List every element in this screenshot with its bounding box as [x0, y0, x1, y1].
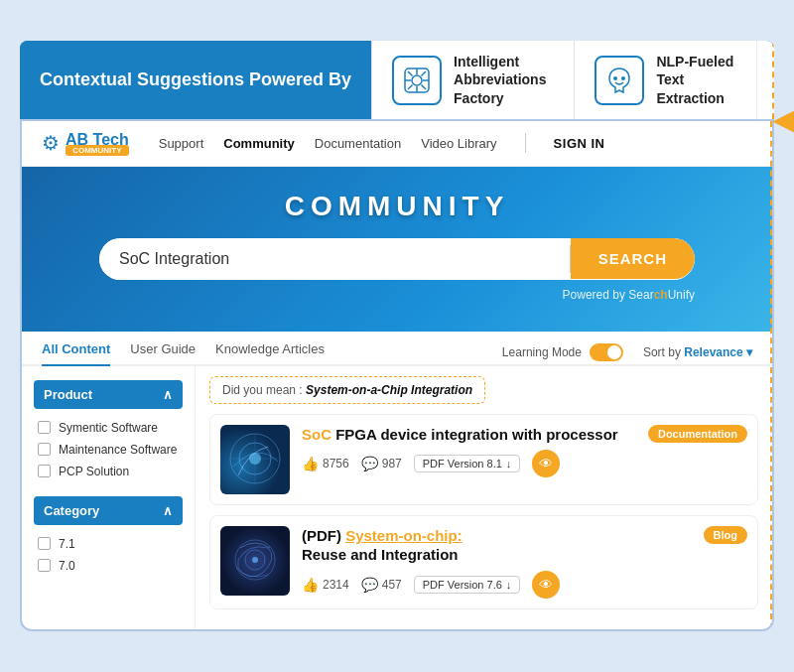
- result-thumb-1: [220, 425, 290, 494]
- likes-2: 👍 2314: [302, 577, 349, 593]
- nav-community[interactable]: Community: [223, 136, 295, 151]
- svg-point-1: [412, 75, 422, 85]
- feature1-text: Intelligent Abbreviations Factory: [454, 53, 554, 107]
- eye-button-1[interactable]: 👁: [532, 450, 560, 477]
- banner-features: Intelligent Abbreviations Factory NLP-Fu…: [371, 41, 774, 119]
- like-icon-2: 👍: [302, 577, 319, 593]
- pdf-badge-1[interactable]: PDF Version 8.1 ↓: [414, 455, 521, 472]
- svg-line-6: [408, 71, 413, 76]
- filter-group-category: Category ∧ 7.1 7.0: [34, 496, 183, 577]
- filter-label-71: 7.1: [59, 537, 75, 551]
- svg-line-9: [408, 84, 413, 89]
- eye-button-2[interactable]: 👁: [532, 571, 560, 599]
- tab-all-content[interactable]: All Content: [42, 341, 110, 366]
- pdf-download-icon-2: ↓: [506, 579, 512, 591]
- checkbox-71[interactable]: [38, 537, 51, 550]
- svg-line-8: [422, 71, 427, 76]
- nav-support[interactable]: Support: [159, 136, 204, 151]
- main-container: Contextual Suggestions Powered By: [20, 41, 774, 631]
- result-card-2: (PDF) System-on-chip: Reuse and Integrat…: [209, 515, 758, 609]
- did-you-mean: Did you mean : System-on-a-Chip Integrat…: [209, 376, 485, 404]
- checkbox-symentic[interactable]: [38, 421, 51, 434]
- filter-item-symentic[interactable]: Symentic Software: [34, 417, 183, 439]
- like-icon-1: 👍: [302, 456, 319, 471]
- banner-arrow: ◀: [773, 102, 794, 137]
- learning-mode-toggle[interactable]: [590, 343, 623, 361]
- checkbox-pcp[interactable]: [38, 465, 51, 477]
- filter-chevron-up: ∧: [163, 387, 173, 402]
- nav-divider: [525, 133, 526, 153]
- search-button[interactable]: SEARCH: [571, 238, 695, 279]
- result-thumb-2: [220, 526, 290, 596]
- result-title-2: (PDF) System-on-chip: Reuse and Integrat…: [302, 526, 463, 565]
- filter-item-70[interactable]: 7.0: [34, 555, 183, 577]
- main-card: ◀ ⚙ AB Tech COMMUNITY Support Community …: [20, 119, 774, 631]
- result-content-2: (PDF) System-on-chip: Reuse and Integrat…: [302, 526, 747, 599]
- did-you-mean-term[interactable]: System-on-a-Chip Integration: [306, 383, 472, 397]
- results-area: Did you mean : System-on-a-Chip Integrat…: [196, 366, 772, 629]
- filter-item-71[interactable]: 7.1: [34, 533, 183, 555]
- result-meta-1: 👍 8756 💬 987 PDF Version 8.1 ↓: [302, 450, 747, 477]
- top-banner: Contextual Suggestions Powered By: [20, 41, 774, 119]
- learning-mode-label: Learning Mode: [502, 345, 582, 359]
- svg-point-10: [613, 76, 617, 80]
- result-badge-2: Blog: [704, 526, 747, 544]
- hero-section: COMMUNITY SEARCH Powered by SearchUnify: [22, 167, 772, 332]
- logo: ⚙ AB Tech COMMUNITY: [42, 131, 129, 156]
- nav-links: Support Community Documentation Video Li…: [159, 133, 752, 153]
- feature-abbreviations: Intelligent Abbreviations Factory: [371, 41, 574, 119]
- tab-user-guide[interactable]: User Guide: [130, 341, 196, 366]
- result-card-1: SoC FPGA device integration with process…: [209, 414, 758, 505]
- logo-badge: COMMUNITY: [66, 145, 129, 156]
- comments-2: 💬 457: [361, 577, 402, 593]
- sort-value[interactable]: Relevance ▾: [684, 345, 752, 359]
- pdf-download-icon-1: ↓: [506, 458, 512, 470]
- comment-icon-2: 💬: [361, 577, 378, 593]
- filter-label-pcp: PCP Solution: [59, 465, 129, 478]
- filter-item-maintenance[interactable]: Maintenance Software: [34, 439, 183, 461]
- searchunify-o: ch: [654, 288, 668, 302]
- navbar: ⚙ AB Tech COMMUNITY Support Community Do…: [22, 121, 772, 167]
- feature2-text: NLP-Fueled Text Extraction: [656, 53, 736, 107]
- filter-label-70: 7.0: [59, 559, 75, 573]
- filter-category-chevron: ∧: [163, 503, 173, 518]
- tab-knowledge-articles[interactable]: Knowledge Articles: [215, 341, 325, 366]
- filter-header-category[interactable]: Category ∧: [34, 496, 183, 525]
- pdf-label-1: PDF Version 8.1: [423, 458, 502, 470]
- result-title-1: SoC FPGA device integration with process…: [302, 425, 618, 445]
- sidebar: Product ∧ Symentic Software Maintenance …: [22, 366, 196, 629]
- result-title-text-2: Reuse and Integration: [302, 546, 459, 563]
- checkbox-maintenance[interactable]: [38, 443, 51, 456]
- filter-item-pcp[interactable]: PCP Solution: [34, 461, 183, 482]
- nlp-icon: [595, 56, 644, 105]
- result-badge-1: Documentation: [648, 425, 747, 443]
- sort-by: Sort by Relevance ▾: [643, 345, 752, 359]
- filter-product-label: Product: [44, 387, 92, 402]
- filter-header-product[interactable]: Product ∧: [34, 380, 183, 409]
- did-you-mean-prefix: Did you mean :: [222, 383, 306, 397]
- comment-icon-1: 💬: [361, 456, 378, 471]
- filter-label-symentic: Symentic Software: [59, 421, 158, 435]
- checkbox-70[interactable]: [38, 559, 51, 572]
- signin-button[interactable]: SIGN IN: [554, 136, 605, 151]
- hero-title: COMMUNITY: [42, 191, 752, 222]
- likes-1: 👍 8756: [302, 456, 349, 471]
- likes-count-1: 8756: [323, 457, 349, 470]
- logo-text-area: AB Tech COMMUNITY: [66, 131, 129, 156]
- result-title-text-1: FPGA device integration with processor: [335, 426, 618, 443]
- comments-count-2: 457: [382, 578, 402, 592]
- svg-point-11: [621, 76, 625, 80]
- result-meta-2: 👍 2314 💬 457 PDF Version 7.6 ↓: [302, 571, 747, 599]
- abbreviations-icon: [392, 56, 442, 105]
- thumb-image-1: [220, 425, 290, 494]
- nav-documentation[interactable]: Documentation: [315, 136, 401, 151]
- likes-count-2: 2314: [323, 578, 349, 592]
- search-input[interactable]: [99, 238, 570, 280]
- banner-dashed-area: [756, 41, 774, 119]
- pdf-badge-2[interactable]: PDF Version 7.6 ↓: [414, 576, 521, 594]
- result-title-prefix-2: (PDF): [302, 527, 345, 544]
- banner-left-text: Contextual Suggestions Powered By: [20, 41, 371, 119]
- result-header-2: (PDF) System-on-chip: Reuse and Integrat…: [302, 526, 747, 565]
- nav-video-library[interactable]: Video Library: [421, 136, 496, 151]
- result-highlight-2: System-on-chip:: [345, 527, 463, 544]
